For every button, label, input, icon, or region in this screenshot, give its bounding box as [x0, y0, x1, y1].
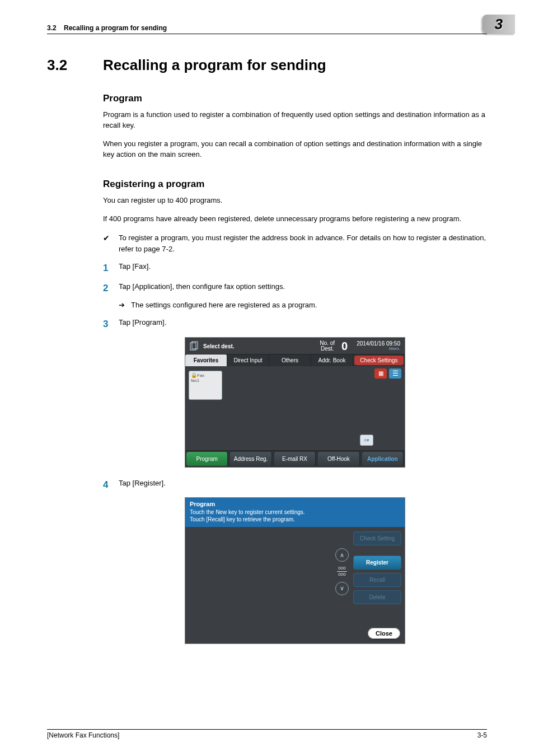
footer-right: 3-5 [477, 731, 487, 739]
program-dialog-line1: Touch the New key to register current se… [190, 508, 400, 516]
counter-top: 000 [337, 566, 347, 571]
step-4-text: Tap [Register]. [119, 478, 166, 492]
no-of-dest-value: 0 [341, 340, 348, 353]
step-1-number: 1 [103, 261, 119, 276]
program-button[interactable]: Program [186, 452, 228, 466]
document-stack-icon [190, 341, 199, 351]
step-2-number: 2 [103, 281, 119, 296]
tab-direct-input[interactable]: Direct Input [227, 354, 269, 366]
para-program-1: Program is a function used to register a… [103, 110, 487, 131]
close-button[interactable]: Close [368, 628, 400, 639]
recall-button[interactable]: Recall [353, 573, 401, 587]
off-hook-button[interactable]: Off-Hook [318, 452, 359, 466]
chapter-tab: 3 [483, 15, 515, 34]
fax-tile-type: Fax [197, 373, 204, 378]
tab-addr-book[interactable]: Addr. Book [311, 354, 353, 366]
tab-favorites[interactable]: Favorites [185, 354, 227, 366]
step-2-subtext: The settings configured here are registe… [131, 301, 317, 309]
note-register-addressbook: To register a program, you must register… [119, 232, 487, 254]
step-1-text: Tap [Fax]. [119, 261, 151, 276]
select-dest-label: Select dest. [203, 343, 235, 349]
email-rx-button[interactable]: E-mail RX [274, 452, 316, 466]
scroll-down-icon[interactable]: ∨ [335, 582, 349, 595]
para-register-1: You can register up to 400 programs. [103, 195, 487, 206]
lock-icon: 🔒 [191, 372, 197, 378]
no-of-dest-label: No. of Dest. [320, 340, 335, 352]
checkmark-icon [103, 232, 119, 254]
step-3-text: Tap [Program]. [119, 317, 166, 332]
scroll-up-icon[interactable]: ∧ [335, 548, 349, 562]
fax-destination-tile[interactable]: 🔒Fax fax1 [189, 371, 222, 400]
grid-view-icon[interactable]: ▦ [374, 368, 387, 379]
step-2-text: Tap [Application], then configure fax op… [119, 281, 285, 296]
footer-left: [Network Fax Functions] [47, 731, 119, 739]
running-header-section: 3.2 Recalling a program for sending [47, 24, 167, 32]
step-3-number: 3 [103, 317, 119, 332]
heading-registering: Registering a program [103, 179, 487, 190]
address-reg-button[interactable]: Address Reg. [230, 452, 271, 466]
heading-program: Program [103, 93, 487, 104]
step-4-number: 4 [103, 478, 119, 492]
check-settings-button[interactable]: Check Settings [354, 356, 404, 365]
section-title: Recalling a program for sending [103, 57, 326, 74]
application-button[interactable]: Application [362, 452, 404, 466]
running-header: 3.2 Recalling a program for sending 3 [47, 22, 487, 36]
program-dialog-title: Program [190, 500, 400, 508]
tab-others[interactable]: Others [269, 354, 311, 366]
check-setting-button[interactable]: Check Setting [353, 531, 401, 545]
para-register-2: If 400 programs have already been regist… [103, 214, 487, 225]
program-dialog-line2: Touch [Recall] key to retrieve the progr… [190, 516, 400, 524]
running-header-rule [47, 34, 487, 34]
fax-tile-name: fax1 [191, 378, 199, 383]
sort-dropdown-icon[interactable]: ≡▾ [360, 435, 373, 446]
register-button[interactable]: Register [353, 556, 401, 570]
screenshot-program-dialog: Program Touch the New key to register cu… [185, 497, 405, 644]
delete-button[interactable]: Delete [353, 590, 401, 604]
screenshot-select-dest: Select dest. No. of Dest. 0 2014/01/16 0… [185, 337, 405, 468]
arrow-icon: ➔ [119, 301, 131, 309]
para-program-2: When you register a program, you can rec… [103, 139, 487, 160]
counter-bottom: 000 [337, 572, 347, 577]
section-number: 3.2 [47, 57, 103, 74]
memory-indicator: Mem. [357, 347, 400, 352]
list-view-icon[interactable]: ☰ [389, 368, 401, 379]
